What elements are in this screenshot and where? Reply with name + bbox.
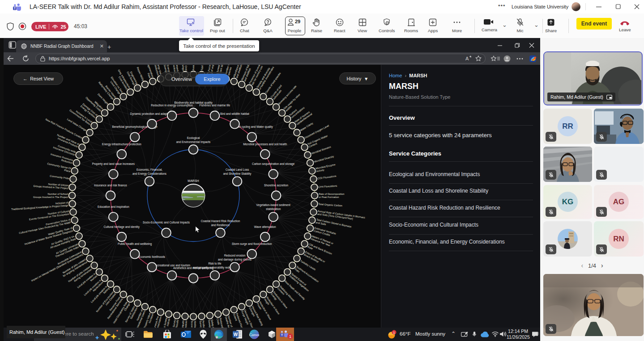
svg-text:Surveys: Surveys [199, 320, 202, 328]
svg-text:MARSH: MARSH [188, 179, 199, 182]
svg-text:and Environmental Impacts: and Environmental Impacts [176, 140, 210, 144]
svg-text:Scores: Scores [191, 321, 193, 328]
svg-text:Indices: Indices [184, 320, 188, 328]
svg-text:1: 1 [393, 331, 395, 335]
svg-text:Tidal Exchange: Tidal Exchange [200, 65, 205, 71]
svg-text:Groups Involved in The Project: Groups Involved in The Project [33, 196, 68, 198]
svg-text:of vegetation: of vegetation [210, 65, 215, 72]
svg-text:CO2 Fluxuations: CO2 Fluxuations [317, 175, 337, 180]
svg-text:A: A [465, 56, 469, 61]
svg-text:Shoreline accretion: Shoreline accretion [264, 184, 288, 187]
svg-text:Vegetation-based sediment: Vegetation-based sediment [256, 203, 291, 207]
svg-text:Savings: Savings [182, 65, 185, 71]
svg-text:or Peat Formation: or Peat Formation [319, 196, 339, 198]
svg-text:and Resilience: and Resilience [211, 223, 230, 227]
svg-text:Results: Results [175, 320, 179, 328]
svg-text:CH4 Fluxuations: CH4 Fluxuations [318, 185, 337, 189]
svg-text:Rate of Decomposition: Rate of Decomposition [319, 193, 345, 195]
svg-text:Aesthetics and mental wellbein: Aesthetics and mental wellbeing [173, 266, 213, 270]
svg-text:Microbial Enzyme: Microbial Enzyme [316, 163, 336, 170]
svg-text:Repair Ability: Repair Ability [136, 67, 145, 81]
svg-text:Community Sense Of: Community Sense Of [47, 162, 72, 170]
svg-text:Reduction: Reduction [172, 65, 176, 72]
svg-text:T: T [281, 333, 283, 337]
svg-text:and Shoreline Stability: and Shoreline Stability [223, 172, 252, 176]
svg-text:Wellbeing Survey: Wellbeing Survey [194, 321, 196, 328]
svg-text:Reduced erosion: Reduced erosion [224, 254, 246, 257]
svg-text:Area of marsh platform: Area of marsh platform [192, 65, 195, 71]
svg-text:Traditional Ecological Knowled: Traditional Ecological Knowledge in Proj… [11, 204, 68, 211]
svg-text:Community Pride: Community Pride [50, 174, 69, 180]
svg-text:Education and inspiration: Education and inspiration [98, 205, 129, 209]
svg-text:Bird and wildlife habitat: Bird and wildlife habitat [220, 112, 249, 115]
svg-text:Property and land value increa: Property and land value increases [92, 162, 135, 166]
svg-text:Reduction in Wave: Reduction in Wave [259, 301, 272, 320]
svg-text:Wave attenuation: Wave attenuation [254, 225, 276, 228]
svg-text:Canva: Canva [249, 333, 259, 337]
svg-text:Ecological: Ecological [187, 136, 200, 140]
svg-text:and damage during storms: and damage during storms [218, 258, 252, 261]
svg-text:W: W [234, 332, 238, 337]
svg-text:Coastal Land Loss: Coastal Land Loss [226, 168, 249, 171]
svg-text:Coastal Hazard Risk Reduction: Coastal Hazard Risk Reduction [201, 219, 240, 223]
svg-text:Socio-Economic and Cultural Im: Socio-Economic and Cultural Impacts [143, 221, 190, 224]
svg-text:Water Clarity: Water Clarity [300, 122, 314, 131]
svg-text:Total Organic Carbon: Total Organic Carbon [318, 203, 342, 207]
svg-text:stabilization: stabilization [266, 207, 281, 210]
svg-text:Reduction in energy consumptio: Reduction in energy consumption [151, 104, 193, 107]
svg-text:and Energy Considerations: and Energy Considerations [132, 172, 166, 176]
svg-text:Risk to life: Risk to life [208, 262, 222, 265]
svg-text:29: 29 [295, 19, 300, 24]
svg-text:Public health and wellbeing: Public health and wellbeing [118, 242, 152, 246]
svg-text:Economic livelihoods: Economic livelihoods [139, 255, 165, 258]
svg-text:Insurance and risk finance: Insurance and risk finance [94, 184, 127, 187]
svg-text:Storm surge and flood reductio: Storm surge and flood reduction [232, 242, 272, 246]
svg-text:Economic, Financial,: Economic, Financial, [136, 168, 162, 171]
svg-text:Recreational use and tourism: Recreational use and tourism [154, 264, 190, 267]
svg-text:Fisheries and marine life: Fisheries and marine life [200, 104, 230, 107]
svg-text:Microbial Biomass: Microbial Biomass [311, 145, 332, 155]
svg-text:T: T [14, 7, 16, 10]
svg-text:Number of School: Number of School [47, 193, 68, 195]
svg-text:Cultural heritage and identity: Cultural heritage and identity [104, 225, 140, 229]
svg-text:Energy infrastructure protecti: Energy infrastructure protection [102, 143, 141, 146]
svg-text:Microbial processes and soil h: Microbial processes and soil health [243, 143, 287, 146]
svg-text:Microbial Diversity: Microbial Diversity [314, 155, 334, 163]
svg-text:Carbon sequestration and stora: Carbon sequestration and storage [252, 162, 295, 166]
